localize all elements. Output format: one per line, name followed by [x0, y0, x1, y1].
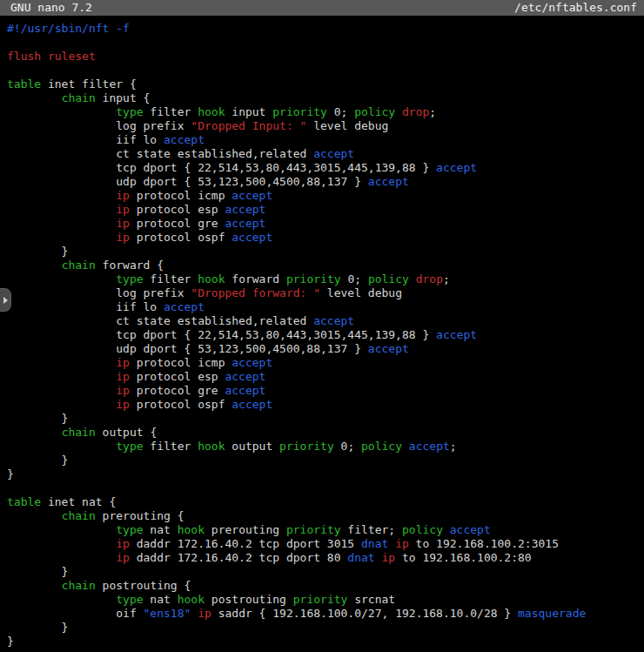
code-line: oif "ens18" ip saddr { 192.168.100.0/27,… — [7, 607, 644, 621]
code-line: } — [7, 467, 644, 481]
code-line: table inet filter { — [7, 77, 644, 91]
code-line: } — [7, 621, 644, 635]
code-line: type filter hook output priority 0; poli… — [7, 440, 644, 454]
code-line: udp dport { 53,123,500,4500,88,137 } acc… — [7, 175, 644, 189]
code-line: iif lo accept — [7, 133, 644, 147]
code-line: chain postrouting { — [7, 579, 644, 593]
code-line: ip protocol icmp accept — [7, 356, 644, 370]
code-line — [7, 64, 644, 77]
code-line: chain output { — [7, 426, 644, 440]
code-line — [7, 481, 644, 495]
code-line: chain prerouting { — [7, 509, 644, 523]
code-line: udp dport { 53,123,500,4500,88,137 } acc… — [7, 342, 644, 356]
code-line: ip daddr 172.16.40.2 tcp dport 80 dnat i… — [7, 551, 644, 565]
code-line: } — [7, 245, 644, 259]
code-line: iif lo accept — [7, 300, 644, 314]
code-line: ip protocol esp accept — [7, 203, 644, 217]
terminal-screen[interactable]: #!/usr/sbin/nft -fflush rulesettable ine… — [0, 16, 644, 649]
nano-version-label: GNU nano 7.2 — [10, 0, 92, 16]
code-line: ip protocol gre accept — [7, 217, 644, 231]
novnc-control-bar-handle[interactable] — [0, 288, 11, 312]
code-line: ip protocol esp accept — [7, 370, 644, 384]
code-line: type nat hook postrouting priority srcna… — [7, 593, 644, 607]
code-line: #!/usr/sbin/nft -f — [7, 22, 644, 36]
code-line: type filter hook forward priority 0; pol… — [7, 272, 644, 286]
code-line — [7, 36, 644, 50]
code-line: ip protocol icmp accept — [7, 189, 644, 203]
code-line: tcp dport { 22,514,53,80,443,3015,445,13… — [7, 161, 644, 175]
code-line: chain forward { — [7, 259, 644, 272]
code-line: type filter hook input priority 0; polic… — [7, 105, 644, 119]
code-line: table inet nat { — [7, 495, 644, 509]
file-path-label: /etc/nftables.conf — [514, 0, 637, 16]
code-line: type nat hook prerouting priority filter… — [7, 523, 644, 537]
code-line: chain input { — [7, 91, 644, 105]
terminal-window: GNU nano 7.2 /etc/nftables.conf #!/usr/s… — [0, 0, 644, 652]
nano-titlebar: GNU nano 7.2 /etc/nftables.conf — [0, 0, 644, 16]
code-line: ct state established,related accept — [7, 314, 644, 328]
code-line: ip daddr 172.16.40.2 tcp dport 3015 dnat… — [7, 537, 644, 551]
code-line: } — [7, 412, 644, 426]
code-line: tcp dport { 22,514,53,80,443,3015,445,13… — [7, 328, 644, 342]
code-line: ct state established,related accept — [7, 147, 644, 161]
code-line: } — [7, 635, 644, 649]
code-line: ip protocol ospf accept — [7, 398, 644, 412]
code-line: flush ruleset — [7, 50, 644, 64]
code-line: ip protocol ospf accept — [7, 231, 644, 245]
code-line: ip protocol gre accept — [7, 384, 644, 398]
chevron-right-icon — [3, 297, 8, 304]
code-line: log prefix "Dropped Input: " level debug — [7, 119, 644, 133]
code-line: log prefix "Dropped forward: " level deb… — [7, 286, 644, 300]
code-line: } — [7, 454, 644, 467]
code-line: } — [7, 565, 644, 579]
